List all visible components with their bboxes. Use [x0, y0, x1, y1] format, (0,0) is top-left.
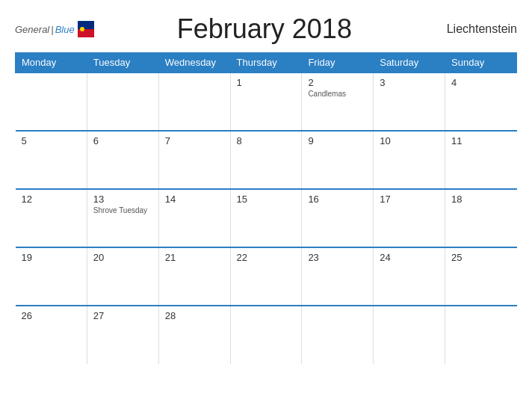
day-number: 26	[22, 310, 81, 321]
day-number: 4	[451, 77, 510, 88]
day-number: 19	[22, 252, 81, 263]
calendar-cell: 15	[230, 189, 302, 247]
day-event: Candlemas	[308, 90, 367, 98]
calendar-cell: 9	[302, 131, 374, 189]
calendar-week-3: 19202122232425	[16, 247, 517, 306]
calendar-cell	[374, 306, 445, 364]
day-number: 2	[308, 77, 367, 88]
calendar-cell: 2Candlemas	[302, 72, 374, 131]
logo-text-general: General	[15, 24, 49, 35]
calendar-cell: 10	[374, 131, 445, 189]
weekday-header-sunday: Sunday	[445, 53, 517, 73]
calendar-page: General | Blue February 2018 Liechtenste…	[0, 0, 532, 411]
day-number: 9	[308, 135, 367, 146]
calendar-cell	[302, 306, 374, 364]
day-number: 22	[237, 252, 296, 263]
calendar-header: General | Blue February 2018 Liechtenste…	[15, 13, 517, 45]
day-number: 16	[308, 194, 367, 205]
calendar-cell	[87, 72, 158, 131]
logo-flag-icon	[78, 21, 94, 37]
calendar-cell: 28	[158, 306, 230, 364]
day-number: 15	[237, 194, 296, 205]
calendar-title: February 2018	[94, 13, 435, 45]
calendar-week-4: 262728	[16, 306, 517, 364]
day-number: 25	[451, 252, 510, 263]
calendar-cell	[158, 72, 230, 131]
day-number: 24	[380, 252, 439, 263]
day-event: Shrove Tuesday	[93, 206, 152, 214]
day-number: 6	[93, 135, 152, 146]
calendar-cell: 21	[158, 247, 230, 306]
calendar-cell: 19	[16, 247, 87, 306]
day-number: 11	[451, 135, 510, 146]
day-number: 28	[165, 310, 224, 321]
weekday-header-friday: Friday	[302, 53, 374, 73]
calendar-cell: 26	[16, 306, 87, 364]
weekday-header-monday: Monday	[16, 53, 87, 73]
calendar-cell	[230, 306, 302, 364]
calendar-header-row: MondayTuesdayWednesdayThursdayFridaySatu…	[16, 53, 517, 73]
calendar-table: MondayTuesdayWednesdayThursdayFridaySatu…	[15, 52, 517, 364]
calendar-cell: 23	[302, 247, 374, 306]
calendar-cell: 18	[445, 189, 517, 247]
calendar-cell: 20	[87, 247, 158, 306]
day-number: 7	[165, 135, 224, 146]
svg-rect-1	[78, 29, 94, 37]
calendar-cell: 14	[158, 189, 230, 247]
calendar-cell: 22	[230, 247, 302, 306]
weekday-header-tuesday: Tuesday	[87, 53, 158, 73]
day-number: 8	[237, 135, 296, 146]
calendar-cell: 27	[87, 306, 158, 364]
calendar-cell: 24	[374, 247, 445, 306]
logo-text-blue: Blue	[55, 24, 75, 35]
calendar-cell: 1	[230, 72, 302, 131]
calendar-cell: 25	[445, 247, 517, 306]
calendar-week-1: 567891011	[16, 131, 517, 189]
svg-point-2	[80, 27, 84, 31]
calendar-cell	[445, 306, 517, 364]
calendar-week-2: 1213Shrove Tuesday1415161718	[16, 189, 517, 247]
svg-rect-0	[78, 21, 94, 29]
day-number: 18	[451, 194, 510, 205]
day-number: 20	[93, 252, 152, 263]
country-name: Liechtenstein	[435, 22, 517, 36]
day-number: 10	[380, 135, 439, 146]
calendar-cell: 8	[230, 131, 302, 189]
day-number: 12	[22, 194, 81, 205]
logo: General | Blue	[15, 21, 94, 37]
calendar-cell	[16, 72, 87, 131]
calendar-cell: 13Shrove Tuesday	[87, 189, 158, 247]
day-number: 5	[22, 135, 81, 146]
day-number: 17	[380, 194, 439, 205]
calendar-cell: 6	[87, 131, 158, 189]
day-number: 14	[165, 194, 224, 205]
day-number: 3	[380, 77, 439, 88]
calendar-cell: 11	[445, 131, 517, 189]
calendar-cell: 7	[158, 131, 230, 189]
weekday-header-thursday: Thursday	[230, 53, 302, 73]
day-number: 23	[308, 252, 367, 263]
calendar-cell: 16	[302, 189, 374, 247]
calendar-week-0: 12Candlemas34	[16, 72, 517, 131]
day-number: 27	[93, 310, 152, 321]
day-number: 13	[93, 194, 152, 205]
day-number: 1	[237, 77, 296, 88]
day-number: 21	[165, 252, 224, 263]
calendar-cell: 3	[374, 72, 445, 131]
calendar-cell: 17	[374, 189, 445, 247]
calendar-cell: 5	[16, 131, 87, 189]
calendar-cell: 12	[16, 189, 87, 247]
weekday-header-wednesday: Wednesday	[158, 53, 230, 73]
calendar-cell: 4	[445, 72, 517, 131]
weekday-header-saturday: Saturday	[374, 53, 445, 73]
